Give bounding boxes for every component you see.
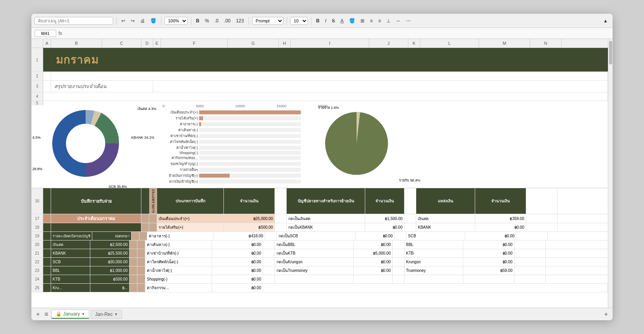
col-header-j[interactable]: J — [369, 39, 408, 48]
cell-16g[interactable]: จำนวนเงิน — [224, 188, 275, 214]
cell-19c[interactable]: ยอดยกมา — [92, 232, 132, 240]
cell-23i[interactable]: กดเป็นTruemoney — [275, 266, 353, 275]
cell-22m[interactable]: ฿0.00 — [463, 258, 514, 266]
add-sheet-button[interactable]: + — [35, 310, 41, 319]
cell-16l[interactable]: แหล่งเงิน — [416, 188, 475, 214]
fill-color-button[interactable]: 🪣 — [348, 17, 357, 24]
strike-format-button[interactable]: S — [330, 17, 337, 24]
cell-19g[interactable]: ฿418.00 — [214, 232, 265, 240]
cell-22c[interactable]: ฿30,000.00 — [90, 258, 130, 266]
decimal1-button[interactable]: .0 — [213, 17, 220, 24]
cell-21j[interactable]: ฿5,000.00 — [353, 249, 393, 257]
cell-16a[interactable] — [43, 188, 51, 214]
cell-23l[interactable]: Truemoney — [404, 266, 463, 275]
cell-3b[interactable]: สรุปรายงานประจำเดือน — [51, 81, 153, 92]
cell-23g[interactable]: ฿0.00 — [212, 266, 263, 275]
format123-button[interactable]: 123 — [234, 17, 245, 24]
undo-button[interactable]: ↩ — [120, 17, 127, 24]
wrap-button[interactable]: ↔ — [394, 17, 402, 24]
cell-18f[interactable]: รายได้เสริม(+) — [157, 223, 224, 231]
tab-jan-rec[interactable]: Jan-Rec ▼ — [91, 310, 122, 319]
tab-january[interactable]: 🔒 January ▼ — [51, 310, 90, 319]
cell-24c[interactable]: ฿500.00 — [90, 275, 130, 283]
more-button[interactable]: ⋯ — [404, 17, 412, 24]
redo-button[interactable]: ↪ — [129, 17, 136, 24]
prompt-select[interactable]: Prompt — [252, 17, 284, 25]
col-header-n[interactable]: N — [530, 39, 562, 48]
cell-20g[interactable]: ฿0.00 — [212, 240, 263, 249]
cell-19b[interactable]: รายละเอียดเปิดรอบบัญชี — [51, 232, 92, 240]
format-paint-button[interactable]: 🪣 — [149, 17, 158, 24]
cell-16j[interactable]: จำนวนเงิน — [365, 188, 404, 214]
cell-16f[interactable]: ประเภทการบันทึก — [157, 188, 224, 214]
cell-20i[interactable]: กดเป็นBBL — [275, 240, 353, 249]
cell-16b[interactable]: บันทึกรายรับจ่าย — [51, 188, 141, 214]
col-header-l[interactable]: L — [420, 39, 479, 48]
col-header-f[interactable]: F — [161, 39, 228, 48]
col-header-m[interactable]: M — [479, 39, 530, 48]
zoom-select[interactable]: 100% — [165, 17, 188, 25]
cell-21i[interactable]: กดเป็นKTB — [275, 249, 353, 257]
col-header-k[interactable]: K — [408, 39, 420, 48]
cell-21f[interactable]: ค่าเช่าบ้าน/ที่พัก(-) — [145, 249, 212, 257]
collapse-button[interactable]: ▲ — [602, 17, 609, 24]
cell-24g[interactable]: ฿0.00 — [212, 275, 263, 283]
cell-21m[interactable]: ฿0.00 — [463, 249, 514, 257]
cell-1b[interactable]: มกราคม — [51, 48, 102, 72]
decimal2-button[interactable]: .00 — [222, 17, 232, 24]
cell-2a[interactable] — [43, 72, 51, 80]
cell-17f[interactable]: เงินเดือนประจำ(+) — [157, 214, 224, 223]
cell-25b[interactable]: Kru... — [51, 284, 90, 292]
print-button[interactable]: 🖨 — [139, 17, 146, 24]
cell-22f[interactable]: ค่าโทรศัพท์/เน็ต(-) — [145, 258, 212, 266]
cell-18m[interactable]: ฿0.00 — [475, 223, 526, 231]
cell-20f[interactable]: ค่าเดินทาง(-) — [145, 240, 212, 249]
font-size-select[interactable]: 10 — [290, 17, 308, 25]
cell-17i[interactable]: กดเป็นเงินสด — [287, 214, 365, 223]
col-header-e[interactable]: E — [153, 39, 161, 48]
cell-16m[interactable]: จำนวนเงิน — [475, 188, 526, 214]
cell-25c[interactable]: ฿... — [90, 284, 130, 292]
cell-20m[interactable]: ฿0.00 — [463, 240, 514, 249]
vertical-scrollbar[interactable] — [608, 39, 613, 308]
tab-dropdown-icon[interactable]: ▼ — [81, 312, 85, 316]
cell-17l[interactable]: เงินสด — [416, 214, 475, 223]
cell-20c[interactable]: ฿2,500.00 — [90, 240, 130, 249]
cell-22g[interactable]: ฿0.00 — [212, 258, 263, 266]
cell-24b[interactable]: KTB — [51, 275, 90, 283]
col-header-a[interactable]: A — [43, 39, 51, 48]
bold-format-button[interactable]: B — [315, 17, 321, 24]
col-header-g[interactable]: G — [228, 39, 279, 48]
cell-23b[interactable]: BBL — [51, 266, 90, 275]
cell-18l[interactable]: KBANK — [416, 223, 475, 231]
add-sheet-end-button[interactable]: + — [603, 310, 609, 319]
bold-button[interactable]: B — [194, 17, 201, 24]
cell-19l[interactable]: SCB — [406, 232, 465, 240]
cell-22j[interactable]: ฿0.00 — [353, 258, 393, 266]
cell-20l[interactable]: BBL — [404, 240, 463, 249]
underline-format-button[interactable]: A — [339, 17, 345, 24]
col-header-c[interactable]: C — [102, 39, 141, 48]
search-input[interactable] — [35, 17, 113, 25]
list-format-button[interactable]: ≡ — [368, 17, 374, 24]
align-button[interactable]: ≡ — [377, 17, 382, 24]
cell-16i[interactable]: บัญชีปลายทางสำหรับการย้ายเงิน — [287, 188, 365, 214]
cell-22l[interactable]: Krungsri — [404, 258, 463, 266]
formula-input[interactable] — [64, 31, 609, 36]
cell-23m[interactable]: ฿59.00 — [463, 266, 514, 275]
cell-24f[interactable]: Shopping(-) — [145, 275, 212, 283]
cell-18j[interactable]: ฿0.00 — [365, 223, 404, 231]
cell-25f[interactable]: ค่ากิจกรรม... — [145, 284, 212, 292]
cell-19j[interactable]: ฿0.00 — [355, 232, 395, 240]
cell-23c[interactable]: ฿1,000.00 — [90, 266, 130, 275]
cell-17g[interactable]: ฿25,000.00 — [224, 214, 275, 223]
cell-21b[interactable]: KBANK — [51, 249, 90, 257]
cell-22b[interactable]: SCB — [51, 258, 90, 266]
cell-25g[interactable]: ฿0.00 — [212, 284, 263, 292]
col-header-h[interactable]: H — [279, 39, 291, 48]
cell-19i[interactable]: กดเป็นSCB — [277, 232, 355, 240]
cell-20j[interactable]: ฿0.00 — [353, 240, 393, 249]
cell-21g[interactable]: ฿0.00 — [212, 249, 263, 257]
cell-21l[interactable]: KTB — [404, 249, 463, 257]
cell-18g[interactable]: ฿500.00 — [224, 223, 275, 231]
